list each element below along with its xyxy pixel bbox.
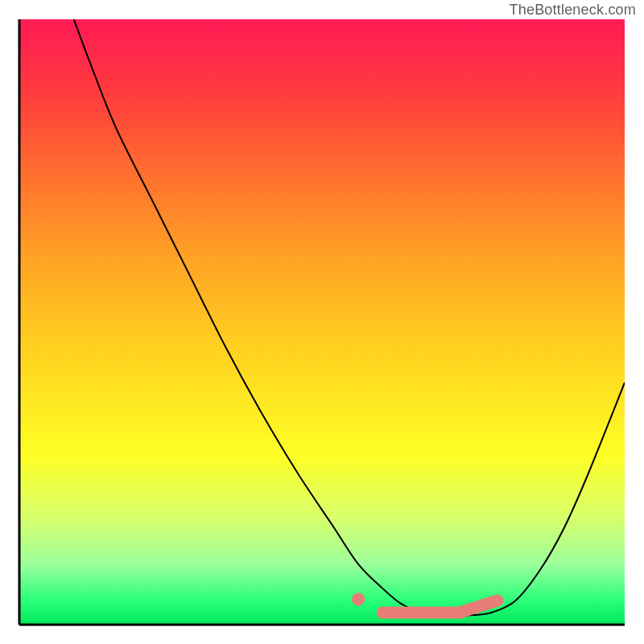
chart-frame: TheBottleneck.com (0, 0, 644, 644)
axes (0, 0, 644, 644)
